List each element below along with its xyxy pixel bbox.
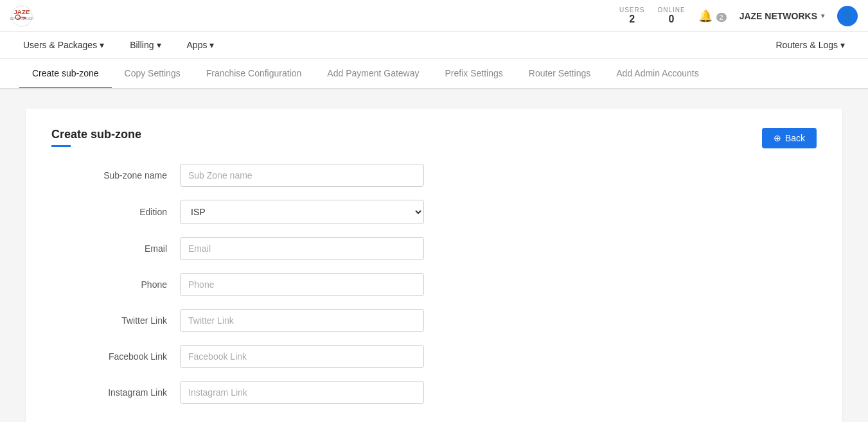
top-bar-right: USERS 2 ONLINE 0 🔔 2 JAZE NETWORKS ▾ 👤 bbox=[619, 6, 858, 26]
tab-franchise-config-label: Franchise Configuration bbox=[206, 68, 302, 78]
card-title: Create sub-zone bbox=[51, 128, 141, 141]
top-bar: JAZE ISP MANAGER USERS 2 ONLINE 0 🔔 2 JA… bbox=[0, 0, 868, 32]
field-row-phone: Phone bbox=[51, 273, 817, 296]
card-title-underline bbox=[51, 145, 71, 147]
nav-apps-arrow: ▾ bbox=[209, 40, 214, 50]
label-instagram-link: Instagram Link bbox=[51, 387, 180, 398]
org-chevron: ▾ bbox=[821, 12, 824, 19]
label-edition: Edition bbox=[51, 207, 180, 217]
tab-copy-settings[interactable]: Copy Settings bbox=[112, 59, 193, 89]
tab-add-payment-gateway-label: Add Payment Gateway bbox=[327, 68, 419, 78]
input-subzone-name[interactable] bbox=[180, 164, 424, 187]
nav-apps-label: Apps bbox=[187, 40, 208, 50]
nav-billing[interactable]: Billing ▾ bbox=[117, 32, 173, 59]
logo-icon: JAZE ISP MANAGER bbox=[10, 4, 33, 28]
svg-text:JAZE: JAZE bbox=[13, 8, 30, 15]
tab-copy-settings-label: Copy Settings bbox=[125, 68, 181, 78]
org-menu[interactable]: JAZE NETWORKS ▾ bbox=[740, 11, 824, 21]
tab-prefix-settings[interactable]: Prefix Settings bbox=[432, 59, 516, 89]
form-section: Sub-zone name Edition ISP Enterprise Hot… bbox=[51, 164, 817, 404]
field-row-email: Email bbox=[51, 237, 817, 260]
label-email: Email bbox=[51, 243, 180, 254]
users-stat: USERS 2 bbox=[619, 6, 644, 25]
tab-router-settings[interactable]: Router Settings bbox=[516, 59, 604, 89]
logo: JAZE ISP MANAGER bbox=[10, 4, 33, 28]
field-row-subzone-name: Sub-zone name bbox=[51, 164, 817, 187]
nav-routers-logs[interactable]: Routers & Logs ▾ bbox=[763, 32, 858, 59]
card-header: Create sub-zone ⊕ Back bbox=[51, 128, 817, 148]
select-edition[interactable]: ISP Enterprise Hotspot bbox=[180, 200, 424, 224]
content-area: Create sub-zone ⊕ Back Sub-zone name Edi… bbox=[0, 89, 868, 422]
nav-users-packages[interactable]: Users & Packages ▾ bbox=[10, 32, 117, 59]
input-instagram-link[interactable] bbox=[180, 381, 424, 404]
nav-apps[interactable]: Apps ▾ bbox=[174, 32, 227, 59]
tab-franchise-config[interactable]: Franchise Configuration bbox=[193, 59, 315, 89]
tab-create-subzone[interactable]: Create sub-zone bbox=[19, 59, 112, 89]
input-email[interactable] bbox=[180, 237, 424, 260]
avatar[interactable]: 👤 bbox=[837, 6, 858, 26]
label-phone: Phone bbox=[51, 279, 180, 290]
back-button-label: Back bbox=[785, 133, 805, 143]
back-button[interactable]: ⊕ Back bbox=[762, 128, 817, 148]
input-twitter-link[interactable] bbox=[180, 309, 424, 332]
org-name: JAZE NETWORKS bbox=[740, 11, 817, 21]
card-title-block: Create sub-zone bbox=[51, 128, 141, 147]
main-nav: Users & Packages ▾ Billing ▾ Apps ▾ Rout… bbox=[0, 32, 868, 59]
bell-button[interactable]: 🔔 2 bbox=[698, 9, 727, 23]
logo-area: JAZE ISP MANAGER bbox=[10, 4, 33, 28]
online-stat: ONLINE 0 bbox=[657, 6, 685, 25]
tab-bar: Create sub-zone Copy Settings Franchise … bbox=[0, 59, 868, 89]
nav-users-packages-arrow: ▾ bbox=[100, 40, 104, 50]
nav-users-packages-label: Users & Packages bbox=[23, 40, 97, 50]
avatar-icon: 👤 bbox=[841, 10, 854, 22]
users-count: 2 bbox=[629, 13, 635, 25]
field-row-twitter-link: Twitter Link bbox=[51, 309, 817, 332]
label-twitter-link: Twitter Link bbox=[51, 315, 180, 326]
nav-billing-label: Billing bbox=[130, 40, 154, 50]
online-count: 0 bbox=[669, 13, 675, 25]
tab-add-admin-accounts-label: Add Admin Accounts bbox=[616, 68, 698, 78]
label-subzone-name: Sub-zone name bbox=[51, 170, 180, 180]
main-card: Create sub-zone ⊕ Back Sub-zone name Edi… bbox=[26, 109, 842, 422]
field-row-edition: Edition ISP Enterprise Hotspot bbox=[51, 200, 817, 224]
tab-add-payment-gateway[interactable]: Add Payment Gateway bbox=[314, 59, 432, 89]
tab-prefix-settings-label: Prefix Settings bbox=[445, 68, 503, 78]
bell-badge: 2 bbox=[716, 13, 727, 22]
field-row-instagram-link: Instagram Link bbox=[51, 381, 817, 404]
field-row-facebook-link: Facebook Link bbox=[51, 345, 817, 368]
input-facebook-link[interactable] bbox=[180, 345, 424, 368]
tab-create-subzone-label: Create sub-zone bbox=[32, 68, 99, 78]
input-phone[interactable] bbox=[180, 273, 424, 296]
nav-routers-logs-label: Routers & Logs bbox=[776, 40, 838, 50]
tab-router-settings-label: Router Settings bbox=[529, 68, 591, 78]
tab-add-admin-accounts[interactable]: Add Admin Accounts bbox=[603, 59, 711, 89]
label-facebook-link: Facebook Link bbox=[51, 351, 180, 362]
back-plus-icon: ⊕ bbox=[774, 133, 781, 143]
nav-routers-logs-arrow: ▾ bbox=[840, 40, 845, 50]
online-label: ONLINE bbox=[657, 6, 685, 13]
users-label: USERS bbox=[619, 6, 644, 13]
nav-billing-arrow: ▾ bbox=[157, 40, 161, 50]
bell-icon: 🔔 bbox=[698, 10, 713, 22]
